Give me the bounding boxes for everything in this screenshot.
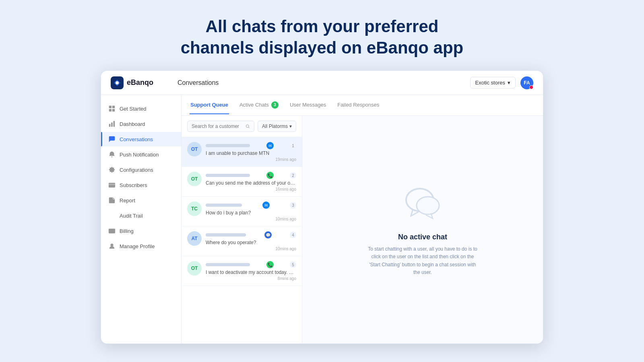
- tab-failed-responses-label: Failed Responses: [337, 102, 379, 108]
- no-chat-description: To start chatting with a user, all you h…: [366, 245, 479, 276]
- top-bar-right: Exotic stores ▾ FA: [470, 76, 533, 89]
- app-window: eBanqo Conversations Exotic stores ▾ FA …: [101, 70, 543, 344]
- tab-support-queue[interactable]: Support Queue: [190, 96, 229, 114]
- grid-icon: [108, 105, 116, 112]
- conv-body: 📞 5 I want to deactivate my account toda…: [206, 261, 296, 281]
- conversations-split: All Platorms ▾ OT ✉ 1: [182, 116, 543, 343]
- gear-icon: [108, 166, 116, 173]
- sidebar-label-billing: Billing: [120, 228, 134, 234]
- conv-name-row: ✉ 3: [206, 202, 296, 209]
- conv-message: Can you send me the address of your offi…: [206, 180, 296, 186]
- conv-time: 8mins ago: [206, 276, 296, 281]
- svg-point-14: [246, 125, 249, 127]
- sidebar-item-dashboard[interactable]: Dashboard: [101, 117, 181, 131]
- sidebar-label-dashboard: Dashboard: [120, 121, 145, 127]
- conv-name-row: 💬 4: [206, 231, 296, 239]
- conv-message: How do i buy a plan?: [206, 210, 296, 216]
- search-box[interactable]: [187, 121, 254, 132]
- platform-livechat-icon: 💬: [264, 231, 272, 239]
- conv-item[interactable]: OT 📞 5 I want to deactivate my account t…: [182, 256, 302, 286]
- main-layout: Get Started Dashboard Conversations: [101, 95, 543, 343]
- user-avatar[interactable]: FA: [520, 76, 533, 89]
- conv-list: OT ✉ 1 I am unable to purchase MTN 19min…: [182, 137, 302, 343]
- conv-item[interactable]: OT ✉ 1 I am unable to purchase MTN 19min…: [182, 137, 302, 167]
- svg-line-15: [249, 127, 250, 128]
- sidebar-item-get-started[interactable]: Get Started: [101, 101, 181, 116]
- conv-name-bar: [206, 263, 250, 266]
- conv-number-badge: 3: [290, 202, 296, 208]
- filter-chevron-icon: ▾: [289, 123, 292, 129]
- conv-body: 📞 2 Can you send me the address of your …: [206, 172, 296, 191]
- conv-number-badge: 4: [290, 232, 296, 238]
- tab-user-messages-label: User Messages: [290, 102, 326, 108]
- sidebar-label-get-started: Get Started: [120, 106, 146, 112]
- sidebar-item-subscribers[interactable]: Subscribers: [101, 178, 181, 192]
- conv-list-header: All Platorms ▾: [182, 116, 302, 137]
- no-chat-icon: [400, 183, 445, 225]
- sidebar-item-billing[interactable]: Billing: [101, 224, 181, 238]
- svg-point-1: [116, 81, 119, 84]
- conv-body: ✉ 1 I am unable to purchase MTN 19mins a…: [206, 142, 296, 162]
- sidebar: Get Started Dashboard Conversations: [101, 95, 182, 343]
- sidebar-label-manage-profile: Manage Profile: [120, 243, 155, 249]
- tab-user-messages[interactable]: User Messages: [289, 96, 327, 114]
- conv-name-bar: [206, 233, 246, 237]
- topbar-page-title: Conversations: [178, 79, 219, 86]
- active-chats-badge: 3: [271, 101, 279, 109]
- conv-number-badge: 1: [290, 142, 296, 149]
- conv-item[interactable]: AT 💬 4 Where do you operate? 10mins ago: [182, 226, 302, 256]
- bell-icon: [108, 151, 116, 158]
- sidebar-item-manage-profile[interactable]: Manage Profile: [101, 239, 181, 253]
- conv-time: 10mins ago: [206, 217, 296, 221]
- platform-filter-label: All Platorms: [262, 123, 288, 129]
- sidebar-item-configurations[interactable]: Configurations: [101, 162, 181, 177]
- tab-failed-responses[interactable]: Failed Responses: [336, 96, 380, 114]
- conv-item[interactable]: OT 📞 2 Can you send me the address of yo…: [182, 167, 302, 197]
- sidebar-label-subscribers: Subscribers: [120, 182, 147, 188]
- platform-whatsapp-icon: 📞: [266, 261, 274, 268]
- sidebar-label-audit-trail: Audit Trail: [120, 213, 143, 219]
- conv-avatar: TC: [187, 202, 202, 216]
- conv-name-row: 📞 5: [206, 261, 296, 268]
- svg-rect-11: [109, 229, 115, 234]
- conv-time: 19mins ago: [206, 157, 296, 162]
- content-area: Support Queue Active Chats 3 User Messag…: [182, 95, 543, 343]
- platform-messenger-icon: ✉: [266, 142, 274, 149]
- sidebar-item-report[interactable]: Report: [101, 193, 181, 208]
- conv-number-badge: 5: [290, 261, 296, 268]
- svg-rect-3: [112, 106, 115, 108]
- svg-rect-10: [109, 184, 115, 185]
- sidebar-item-conversations[interactable]: Conversations: [101, 132, 181, 146]
- sidebar-label-conversations: Conversations: [120, 136, 153, 142]
- conv-list-panel: All Platorms ▾ OT ✉ 1: [182, 116, 302, 343]
- store-selector[interactable]: Exotic stores ▾: [470, 77, 516, 88]
- logo-text: eBanqo: [127, 78, 153, 87]
- conv-time: 10mins ago: [206, 247, 296, 251]
- sidebar-label-configurations: Configurations: [120, 167, 153, 173]
- sidebar-label-report: Report: [120, 197, 135, 204]
- sidebar-item-push-notification[interactable]: Push Notification: [101, 147, 181, 162]
- conv-item[interactable]: TC ✉ 3 How do i buy a plan? 10mins ago: [182, 197, 302, 226]
- conv-time: 16mins ago: [206, 187, 296, 191]
- search-input[interactable]: [192, 123, 243, 129]
- chevron-down-icon: ▾: [508, 80, 510, 86]
- svg-rect-5: [112, 109, 115, 111]
- platform-filter[interactable]: All Platorms ▾: [258, 121, 296, 132]
- billing-icon: [108, 227, 116, 234]
- logo: eBanqo: [111, 76, 153, 89]
- top-bar: eBanqo Conversations Exotic stores ▾ FA: [101, 71, 543, 95]
- platform-messenger-icon: ✉: [262, 202, 270, 209]
- hero-title: All chats from your preferred channels d…: [181, 16, 463, 58]
- sidebar-item-audit-trail[interactable]: Audit Trail: [101, 208, 181, 223]
- tab-active-chats-label: Active Chats: [239, 102, 269, 108]
- tab-support-queue-label: Support Queue: [190, 102, 228, 108]
- tab-active-chats[interactable]: Active Chats 3: [239, 96, 279, 115]
- conv-message: Where do you operate?: [206, 240, 296, 245]
- tabs-bar: Support Queue Active Chats 3 User Messag…: [182, 95, 543, 116]
- no-chat-title: No active chat: [398, 233, 447, 241]
- sidebar-label-push-notification: Push Notification: [120, 152, 159, 158]
- conv-message: I want to deactivate my account today. H…: [206, 269, 296, 275]
- chat-icon: [108, 136, 116, 143]
- svg-point-17: [417, 197, 439, 214]
- conv-avatar: AT: [187, 231, 202, 246]
